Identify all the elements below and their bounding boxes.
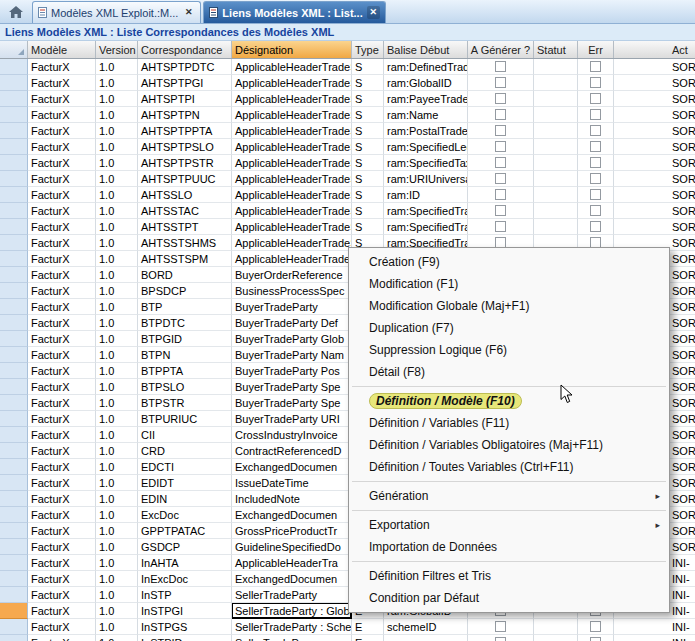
generate-checkbox[interactable] xyxy=(495,621,506,632)
cell-a-generer[interactable] xyxy=(468,203,534,219)
cell-designation[interactable]: ApplicableHeaderTradeSettlem xyxy=(232,235,352,251)
cell-a-generer[interactable] xyxy=(468,171,534,187)
cell-version[interactable]: 1.0 xyxy=(96,203,138,219)
cell-balise-debut[interactable]: ram:SpecifiedLega xyxy=(384,139,468,155)
column-header-designation[interactable]: Désignation xyxy=(232,41,352,58)
cell-correspondance[interactable]: AHTSPTPDTC xyxy=(138,59,232,75)
cell-act[interactable]: SOR xyxy=(614,107,695,123)
generate-checkbox[interactable] xyxy=(495,173,506,184)
cell-correspondance[interactable]: BTPN xyxy=(138,347,232,363)
cell-balise-debut[interactable]: ram:SpecifiedTrad xyxy=(384,203,468,219)
cell-type[interactable]: S xyxy=(352,107,384,123)
cell-version[interactable]: 1.0 xyxy=(96,603,138,619)
error-checkbox[interactable] xyxy=(590,157,601,168)
cell-modele[interactable]: FacturX xyxy=(28,347,96,363)
cell-act[interactable]: INI- xyxy=(614,619,695,635)
cell-statut[interactable] xyxy=(534,59,578,75)
column-header-correspondance[interactable]: Correspondance xyxy=(138,41,232,58)
cell-balise-debut[interactable] xyxy=(384,635,468,641)
cell-designation[interactable]: BuyerTradeParty URI xyxy=(232,411,352,427)
cell-correspondance[interactable]: AHTSPTPSLO xyxy=(138,139,232,155)
row-header-cell[interactable] xyxy=(0,139,28,155)
cell-act[interactable]: SOR xyxy=(614,139,695,155)
cell-designation[interactable]: ApplicableHeaderTradeSettlem xyxy=(232,203,352,219)
cell-err[interactable] xyxy=(578,203,614,219)
error-checkbox[interactable] xyxy=(590,221,601,232)
cell-designation[interactable]: ExchangedDocumen xyxy=(232,459,352,475)
cell-statut[interactable] xyxy=(534,91,578,107)
generate-checkbox[interactable] xyxy=(495,637,506,641)
cell-correspondance[interactable]: CRD xyxy=(138,443,232,459)
generate-checkbox[interactable] xyxy=(495,93,506,104)
cell-designation[interactable]: BuyerTradeParty Glob xyxy=(232,331,352,347)
cell-designation[interactable]: BuyerTradeParty xyxy=(232,299,352,315)
cell-correspondance[interactable]: EDIDT xyxy=(138,475,232,491)
cell-act[interactable]: SOR xyxy=(614,171,695,187)
context-menu-item[interactable]: Définition / Variables Obligatoires (Maj… xyxy=(349,434,669,456)
cell-designation[interactable]: IssueDateTime xyxy=(232,475,352,491)
cell-modele[interactable]: FacturX xyxy=(28,507,96,523)
cell-type[interactable]: E xyxy=(352,635,384,641)
context-menu-item[interactable]: Modification Globale (Maj+F1) xyxy=(349,295,669,317)
cell-correspondance[interactable]: BTPGID xyxy=(138,331,232,347)
cell-version[interactable]: 1.0 xyxy=(96,219,138,235)
row-header-cell[interactable] xyxy=(0,347,28,363)
cell-type[interactable]: S xyxy=(352,171,384,187)
cell-version[interactable]: 1.0 xyxy=(96,75,138,91)
cell-correspondance[interactable]: GPPTPATAC xyxy=(138,523,232,539)
cell-correspondance[interactable]: AHTSSTAC xyxy=(138,203,232,219)
generate-checkbox[interactable] xyxy=(495,221,506,232)
cell-correspondance[interactable]: ExcDoc xyxy=(138,507,232,523)
cell-a-generer[interactable] xyxy=(468,75,534,91)
cell-statut[interactable] xyxy=(534,635,578,641)
cell-statut[interactable] xyxy=(534,155,578,171)
cell-type[interactable]: S xyxy=(352,187,384,203)
cell-modele[interactable]: FacturX xyxy=(28,187,96,203)
cell-designation[interactable]: SellerTradeParty xyxy=(232,587,352,603)
row-header-cell[interactable] xyxy=(0,395,28,411)
cell-version[interactable]: 1.0 xyxy=(96,283,138,299)
cell-modele[interactable]: FacturX xyxy=(28,219,96,235)
cell-version[interactable]: 1.0 xyxy=(96,251,138,267)
cell-designation[interactable]: ApplicableHeaderTradeSettlem xyxy=(232,107,352,123)
row-header-cell[interactable] xyxy=(0,187,28,203)
cell-err[interactable] xyxy=(578,59,614,75)
error-checkbox[interactable] xyxy=(590,189,601,200)
cell-designation[interactable]: IncludedNote xyxy=(232,491,352,507)
cell-type[interactable]: S xyxy=(352,75,384,91)
cell-statut[interactable] xyxy=(534,171,578,187)
context-menu-item[interactable]: Modification (F1) xyxy=(349,273,669,295)
row-header-cell[interactable] xyxy=(0,219,28,235)
row-header-cell[interactable] xyxy=(0,331,28,347)
row-header-cell[interactable] xyxy=(0,267,28,283)
cell-modele[interactable]: FacturX xyxy=(28,635,96,641)
cell-correspondance[interactable]: BTPURIUC xyxy=(138,411,232,427)
cell-designation[interactable]: BuyerTradeParty Pos xyxy=(232,363,352,379)
cell-err[interactable] xyxy=(578,91,614,107)
error-checkbox[interactable] xyxy=(590,93,601,104)
cell-err[interactable] xyxy=(578,75,614,91)
cell-designation[interactable]: SellerTradeParty : GlobalID xyxy=(232,603,352,619)
cell-version[interactable]: 1.0 xyxy=(96,347,138,363)
cell-designation[interactable]: ApplicableHeaderTradeSettlem xyxy=(232,171,352,187)
error-checkbox[interactable] xyxy=(590,125,601,136)
error-checkbox[interactable] xyxy=(590,77,601,88)
cell-statut[interactable] xyxy=(534,107,578,123)
tab-liens-modeles-xml[interactable]: Liens Modèles XML : List... ✕ xyxy=(203,1,385,23)
row-header-cell[interactable] xyxy=(0,235,28,251)
cell-version[interactable]: 1.0 xyxy=(96,379,138,395)
cell-modele[interactable]: FacturX xyxy=(28,155,96,171)
cell-designation[interactable]: ApplicableHeaderTradeSettlem xyxy=(232,91,352,107)
cell-correspondance[interactable]: BORD xyxy=(138,267,232,283)
generate-checkbox[interactable] xyxy=(495,141,506,152)
cell-balise-debut[interactable]: ram:DefinedTrade xyxy=(384,59,468,75)
cell-modele[interactable]: FacturX xyxy=(28,91,96,107)
row-header-cell[interactable] xyxy=(0,555,28,571)
cell-correspondance[interactable]: AHTSPTPN xyxy=(138,107,232,123)
context-menu-item[interactable]: Exportation▸ xyxy=(349,514,669,536)
cell-correspondance[interactable]: AHTSSTSPM xyxy=(138,251,232,267)
cell-act[interactable]: SOR xyxy=(614,91,695,107)
cell-version[interactable]: 1.0 xyxy=(96,235,138,251)
cell-act[interactable]: SOR xyxy=(614,123,695,139)
cell-balise-debut[interactable]: ram:Name xyxy=(384,107,468,123)
